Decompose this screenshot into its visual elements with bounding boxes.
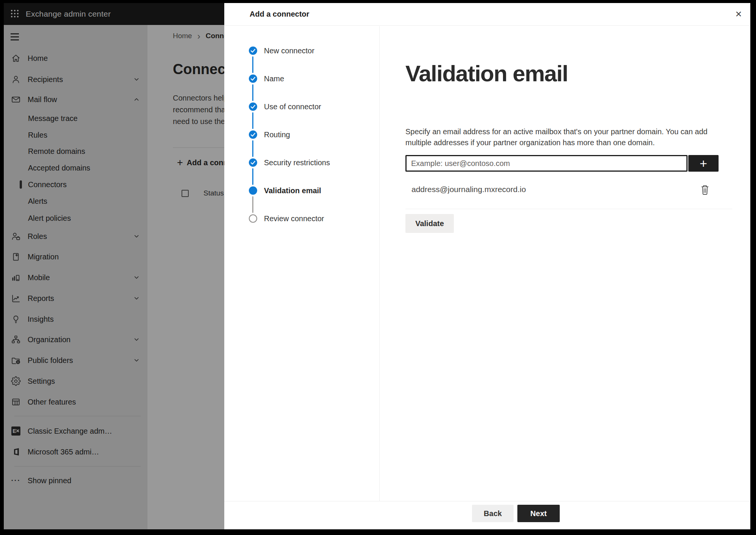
step-connector-line bbox=[252, 196, 253, 213]
step-connector-line bbox=[252, 56, 253, 73]
add-email-button[interactable]: + bbox=[688, 155, 719, 172]
next-button[interactable]: Next bbox=[517, 505, 560, 522]
wizard-step-security-restrictions[interactable]: Security restrictions bbox=[224, 156, 379, 169]
step-completed-icon bbox=[249, 158, 257, 167]
trash-icon bbox=[700, 191, 710, 197]
step-upcoming-icon bbox=[249, 214, 257, 223]
modal-header: Add a connector ✕ bbox=[224, 3, 750, 26]
back-button[interactable]: Back bbox=[472, 505, 514, 522]
wizard-step-use-of-connector[interactable]: Use of connector bbox=[224, 100, 379, 113]
validation-email-input[interactable] bbox=[405, 155, 688, 172]
added-address-row: address@journaling.mxrecord.io bbox=[405, 181, 732, 200]
close-button[interactable]: ✕ bbox=[732, 8, 745, 21]
address-list-divider bbox=[405, 209, 732, 209]
modal-footer: Back Next bbox=[224, 501, 750, 529]
step-description: Specify an email address for an active m… bbox=[405, 126, 731, 148]
wizard-step-new-connector[interactable]: New connector bbox=[224, 44, 379, 57]
step-completed-icon bbox=[249, 102, 257, 111]
delete-address-button[interactable] bbox=[699, 183, 711, 197]
step-connector-line bbox=[252, 168, 253, 185]
plus-icon: + bbox=[700, 156, 707, 171]
step-completed-icon bbox=[249, 47, 257, 55]
step-connector-line bbox=[252, 84, 253, 101]
wizard-step-review-connector[interactable]: Review connector bbox=[224, 212, 379, 225]
wizard-steps-rail: New connector Name Use of connector Rout… bbox=[224, 26, 380, 501]
step-current-icon bbox=[249, 186, 257, 195]
close-icon: ✕ bbox=[735, 9, 742, 19]
step-connector-line bbox=[252, 112, 253, 129]
wizard-step-name[interactable]: Name bbox=[224, 72, 379, 85]
step-connector-line bbox=[252, 140, 253, 157]
screen: Exchange admin center Home Recipients Ma… bbox=[4, 3, 750, 529]
wizard-step-routing[interactable]: Routing bbox=[224, 128, 379, 141]
validate-button[interactable]: Validate bbox=[405, 214, 454, 233]
added-address: address@journaling.mxrecord.io bbox=[411, 185, 526, 194]
add-connector-modal: Add a connector ✕ New connector Name Use… bbox=[224, 3, 750, 529]
wizard-step-validation-email[interactable]: Validation email bbox=[224, 184, 379, 197]
step-heading: Validation email bbox=[405, 60, 568, 87]
modal-title: Add a connector bbox=[250, 10, 309, 19]
step-completed-icon bbox=[249, 130, 257, 139]
step-completed-icon bbox=[249, 74, 257, 83]
